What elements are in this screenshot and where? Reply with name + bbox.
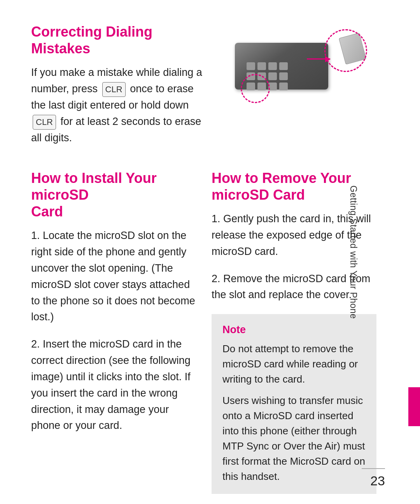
section1-body: If you make a mistake while dialing a nu…: [31, 65, 202, 146]
dashed-circle-large: [324, 29, 367, 72]
note-box: Note Do not attempt to remove the microS…: [212, 314, 376, 494]
page-number: 23: [370, 473, 385, 488]
section1-title: Correcting Dialing Mistakes: [31, 23, 202, 57]
section2-title: How to Install Your microSD Card: [31, 170, 196, 220]
dashed-circle-small: [241, 74, 270, 103]
note-paragraph-1: Do not attempt to remove the microSD car…: [222, 341, 366, 387]
clr-badge-1: CLR: [102, 82, 126, 97]
page-separator: [362, 468, 385, 469]
install-item-2: 2. Insert the microSD card in the correc…: [31, 336, 196, 434]
note-label: Note: [222, 324, 366, 336]
side-tab-text: Getting Started with Your Phone: [348, 185, 359, 319]
clr-badge-2: CLR: [33, 115, 56, 130]
pink-bar: [408, 387, 420, 426]
note-paragraph-2: Users wishing to transfer music onto a M…: [222, 393, 366, 484]
arrow-graphic: [307, 58, 330, 60]
microsd-illustration: [218, 23, 376, 109]
side-tab: Getting Started with Your Phone: [400, 0, 420, 504]
install-item-1: 1. Locate the microSD slot on the right …: [31, 228, 196, 325]
